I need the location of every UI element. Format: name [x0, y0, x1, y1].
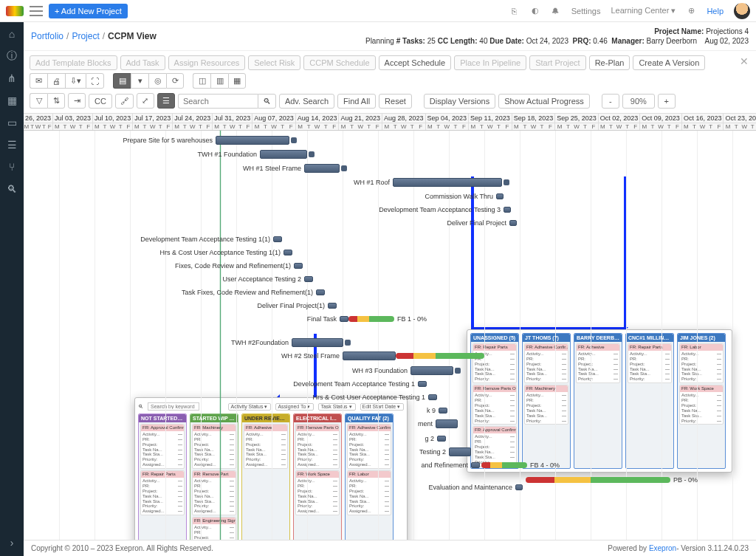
brand-link[interactable]: Exepron — [649, 544, 676, 552]
kanban-card[interactable]: FR: MachineryActivity...—PR:—Project:—Ta… — [192, 424, 236, 469]
kanban-column[interactable]: JT THOMS (7)FR: Adhesive Confir...Activi… — [522, 333, 571, 469]
layout-1-button[interactable]: ◫ — [193, 73, 210, 89]
expand-icon[interactable]: ⤢ — [137, 93, 154, 109]
task-bar[interactable] — [393, 178, 502, 187]
kanban-card[interactable]: FR: LaborActivity...—PR:—Project:—Task N… — [347, 470, 391, 515]
gantt-task[interactable]: Testing 2 — [449, 447, 471, 457]
kanban-card[interactable]: FR: AdhesiveActivity...—PR:—Project:—Tas… — [576, 343, 620, 383]
replan-button[interactable]: Re-Plan — [589, 55, 630, 70]
accept-schedule-button[interactable]: Accept Schedule — [379, 55, 452, 70]
zoom-in-button[interactable]: + — [658, 94, 676, 109]
gantt-chart[interactable]: 26, 2023MTWTFJul 03, 2023MTWTFJul 10, 20… — [24, 113, 756, 540]
task-bar[interactable] — [418, 381, 427, 387]
kanban-card[interactable]: FR: AdhesiveActivity...—PR:—Project:—Tas… — [244, 424, 288, 469]
search-icon[interactable]: 🔍︎ — [6, 183, 18, 195]
crumb-portfolio[interactable]: Portfolio — [31, 31, 63, 41]
show-actual-button[interactable]: Show Actual Progress — [498, 94, 590, 109]
task-bar[interactable] — [496, 193, 504, 199]
link-icon[interactable]: 🔗︎ — [115, 94, 134, 109]
gantt-task[interactable]: Commission Walk Thru — [496, 191, 504, 202]
task-bar[interactable] — [436, 419, 458, 428]
gantt-task[interactable]: ment — [436, 419, 458, 429]
assigned-to-filter[interactable]: Assigned To ▾ — [275, 403, 314, 411]
buffer-row[interactable]: PB - 0% — [526, 475, 698, 485]
create-version-button[interactable]: Create A Version — [633, 55, 705, 70]
gantt-task[interactable]: Development Team Acceptance Testing 1(1) — [273, 234, 282, 244]
task-bar[interactable] — [437, 436, 446, 442]
gantt-task[interactable]: TWH #1 Foundation — [260, 149, 315, 159]
kanban-card[interactable]: FR: Repair PartsActivity...—PR:—Project:… — [628, 343, 672, 383]
kanban-column[interactable]: BARRY DEERBO...(1)FR: AdhesiveActivity..… — [574, 333, 622, 469]
task-bar[interactable] — [439, 408, 447, 413]
refresh-icon[interactable]: ⟳ — [166, 73, 184, 89]
cc-button[interactable]: CC — [89, 94, 112, 109]
expand-sidebar-icon[interactable]: › — [6, 537, 18, 549]
info-icon[interactable]: ⓘ — [6, 50, 18, 62]
search-go-icon[interactable]: 🔍︎ — [258, 94, 276, 109]
audit-icon[interactable]: ⎘ — [509, 6, 520, 16]
task-bar[interactable] — [273, 236, 282, 242]
task-bar[interactable] — [449, 447, 471, 456]
kanban-card[interactable]: FR: Work SpaceActivity...—PR:—Project:—T… — [295, 470, 340, 515]
menu-toggle-icon[interactable] — [30, 6, 43, 16]
add-project-button[interactable]: + Add New Project — [49, 4, 128, 18]
sort-icon[interactable]: ⇅ — [47, 93, 65, 109]
task-bar[interactable] — [515, 484, 523, 490]
kanban-card[interactable]: FR: Remove PartActivity...—PR:—Project:—… — [192, 470, 236, 515]
gantt-task[interactable]: Development Team Acceptance Testing 1 — [418, 379, 427, 389]
kanban-card[interactable]: FR: Adhesive Confirm...Activity...—PR:—P… — [347, 424, 391, 469]
kanban-column[interactable]: CNC#1 MILLING (0)FR: Repair PartsActivit… — [625, 333, 674, 469]
search-input[interactable] — [178, 94, 258, 109]
gantt-task[interactable]: WH #1 Steel Frame — [304, 163, 347, 174]
task-bar[interactable] — [292, 338, 343, 347]
kanban-card[interactable]: FR: Engineering Sign...Activity...—PR:—P… — [192, 517, 236, 540]
gantt-task[interactable]: Prepare Site for 5 warehouses — [216, 135, 297, 145]
layout-2-button[interactable]: ▥ — [210, 73, 228, 89]
task-bar[interactable] — [316, 289, 325, 295]
edit-start-date-filter[interactable]: Edit Start Date ▾ — [360, 403, 404, 411]
gantt-task[interactable]: Fixes, Code Review and Refinement(1) — [294, 261, 303, 271]
task-bar[interactable] — [284, 250, 292, 255]
gantt-task[interactable]: User Acceptance Testing 2 — [304, 274, 313, 284]
gantt-task[interactable]: Deliver Final Project — [509, 218, 517, 228]
list-view-icon[interactable]: ☰ — [157, 93, 175, 109]
task-bar[interactable] — [216, 136, 289, 145]
gantt-task[interactable]: TWH #2Foundation — [292, 337, 351, 348]
kanban-column[interactable]: JIM JONES (2)FR: LaborActivity...—PR:—Pr… — [677, 333, 726, 469]
task-bar[interactable] — [509, 220, 517, 226]
gantt-task[interactable]: Hrs & Cost User Acceptance Testing 1(1) — [284, 247, 292, 258]
user-avatar[interactable] — [734, 3, 750, 19]
task-bar[interactable] — [504, 207, 511, 213]
task-status-filter[interactable]: Task Status ▾ — [318, 403, 355, 411]
kanban-card[interactable]: FR: Approval ConfirmedActivity...—PR:—Pr… — [140, 424, 185, 469]
zoom-out-button[interactable]: - — [602, 94, 619, 109]
kanban-column[interactable]: STARTED WIP (3)FR: MachineryActivity...—… — [190, 413, 238, 540]
gantt-task[interactable]: Evaluation and Maintenance — [515, 482, 523, 492]
learning-center-link[interactable]: Learning Center ▾ — [611, 6, 676, 16]
gantt-task[interactable]: Deliver Final Project(1) — [328, 301, 337, 311]
gantt-task[interactable]: WH #2 Steel Frame — [343, 351, 403, 361]
mail-icon[interactable]: ✉ — [30, 73, 47, 89]
bell-icon[interactable]: 🔔︎ — [551, 6, 561, 16]
task-bar[interactable] — [340, 316, 348, 322]
export-icon[interactable]: ⇩▾ — [65, 73, 86, 89]
buffer-row[interactable] — [396, 351, 484, 361]
wallet-icon[interactable]: ▭ — [6, 117, 18, 128]
filter-icon[interactable]: ▽ — [30, 93, 47, 109]
view-mode-1-button[interactable]: ▤ — [113, 73, 131, 89]
adv-search-button[interactable]: Adv. Search — [279, 94, 334, 109]
gantt-task[interactable]: Final Task — [340, 314, 348, 324]
gantt-task[interactable]: Hrs & Cost User Acceptance Testing 1 — [428, 392, 437, 402]
gantt-task[interactable]: Task Fixes, Code Review and Refinement(1… — [316, 287, 325, 298]
task-bar[interactable] — [304, 276, 313, 282]
settings-link[interactable]: Settings — [571, 7, 601, 16]
indent-icon[interactable]: ⇥ — [68, 93, 86, 109]
gantt-task[interactable]: g 2 — [437, 433, 446, 444]
task-bar[interactable] — [428, 394, 437, 400]
view-mode-2-button[interactable]: ▾ — [131, 73, 148, 89]
kanban-card[interactable]: FR: Repair PartsActivity...—PR:—Project:… — [472, 343, 517, 383]
buffer-row[interactable]: FB 1 - 0% — [348, 314, 427, 324]
gantt-task[interactable]: WH #1 Roof — [393, 177, 509, 188]
gantt-task[interactable]: k 9 — [439, 405, 447, 416]
buffer-bar[interactable] — [526, 477, 670, 483]
